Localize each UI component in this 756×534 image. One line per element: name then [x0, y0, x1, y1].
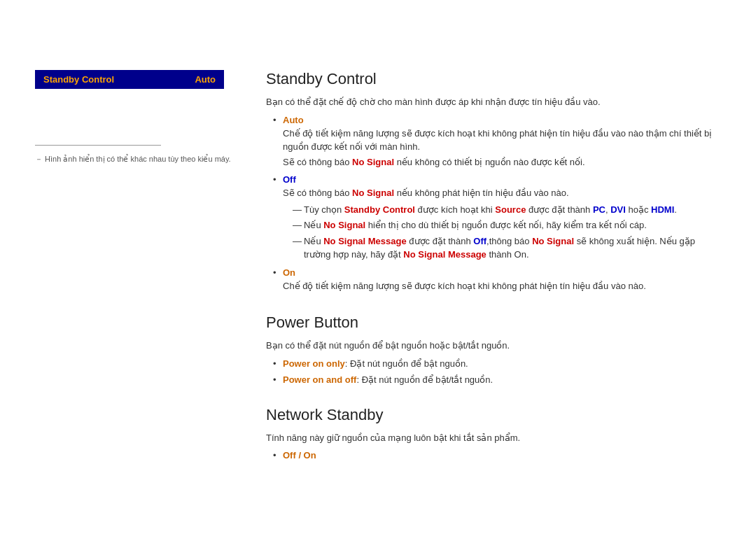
hl-nosignal-3: No Signal: [323, 220, 365, 230]
hl-standby: Standby Control: [344, 204, 415, 215]
hl-nosignal-msg2: No Signal Message: [403, 249, 486, 260]
page-container: Standby Control Auto － Hình ảnh hiển thị…: [0, 0, 756, 534]
hl-nosignal-msg: No Signal Message: [323, 236, 406, 246]
list-item-power-on-only: Power on only: Đặt nút nguồn để bật nguồ…: [273, 358, 714, 369]
sub-bullet-2: Nếu No Signal hiển thị cho dù thiết bị n…: [293, 218, 714, 232]
menu-item-label: Standby Control: [43, 74, 114, 85]
label-off: Off: [283, 174, 296, 185]
section-intro-standby: Bạn có thể đặt chế độ chờ cho màn hình đ…: [266, 95, 714, 109]
section-title-power: Power Button: [266, 314, 714, 332]
off-sub-bullets: Tùy chọn Standby Control được kích hoạt …: [283, 203, 714, 262]
section-title-standby: Standby Control: [266, 70, 714, 88]
list-item-on: On Chế độ tiết kiệm năng lượng sẽ được k…: [273, 267, 714, 293]
label-on: On: [283, 267, 295, 278]
desc-off: Sẽ có thông báo No Signal nếu không phát…: [283, 186, 714, 200]
hl-dvi: DVI: [610, 204, 626, 215]
network-bullet-list: Off / On: [266, 450, 714, 461]
menu-item-value: Auto: [195, 74, 216, 85]
desc-on: Chế độ tiết kiệm năng lượng sẽ được kích…: [283, 279, 714, 293]
divider-line: [35, 145, 161, 146]
hl-off2: Off: [473, 236, 486, 246]
label-off-on: Off / On: [283, 450, 316, 461]
section-power-button: Power Button Bạn có thể đặt nút nguồn để…: [266, 314, 714, 385]
desc-power-on-off: : Đặt nút nguồn để bật/tắt nguồn.: [356, 374, 493, 385]
section-intro-network: Tính năng này giữ nguồn của mạng luôn bậ…: [266, 431, 714, 445]
highlight-nosignal-2: No Signal: [352, 188, 394, 198]
desc-auto-2: Sẽ có thông báo No Signal nếu không có t…: [283, 155, 714, 169]
label-power-on-only: Power on only: [283, 358, 345, 369]
standby-bullet-list: Auto Chế độ tiết kiệm năng lượng sẽ được…: [266, 115, 714, 293]
footnote: － Hình ảnh hiển thị có thể khác nhau tùy…: [35, 154, 231, 164]
hl-hdmi: HDMI: [651, 204, 674, 215]
label-power-on-off: Power on and off: [283, 374, 356, 385]
power-bullet-list: Power on only: Đặt nút nguồn để bật nguồ…: [266, 358, 714, 385]
sub-bullet-1: Tùy chọn Standby Control được kích hoạt …: [293, 203, 714, 217]
sub-bullet-3: Nếu No Signal Message được đặt thành Off…: [293, 234, 714, 262]
hl-pc: PC: [593, 204, 606, 215]
section-network-standby: Network Standby Tính năng này giữ nguồn …: [266, 406, 714, 461]
list-item-power-on-off: Power on and off: Đặt nút nguồn để bật/t…: [273, 374, 714, 385]
list-item-off: Off Sẽ có thông báo No Signal nếu không …: [273, 174, 714, 262]
list-item-auto: Auto Chế độ tiết kiệm năng lượng sẽ được…: [273, 115, 714, 169]
desc-auto: Chế độ tiết kiệm năng lượng sẽ được kích…: [283, 127, 714, 154]
list-item-off-on: Off / On: [273, 450, 714, 461]
highlight-nosignal-1: No Signal: [352, 157, 394, 167]
main-content: Standby Control Bạn có thể đặt chế độ ch…: [252, 28, 756, 506]
desc-power-on-only: : Đặt nút nguồn để bật nguồn.: [345, 358, 468, 369]
label-auto: Auto: [283, 115, 304, 125]
section-intro-power: Bạn có thể đặt nút nguồn để bật nguồn ho…: [266, 339, 714, 353]
section-title-network: Network Standby: [266, 406, 714, 424]
section-standby-control: Standby Control Bạn có thể đặt chế độ ch…: [266, 70, 714, 293]
hl-nosignal-4: No Signal: [532, 236, 574, 246]
hl-source: Source: [495, 204, 526, 215]
menu-item[interactable]: Standby Control Auto: [35, 70, 224, 89]
left-panel: Standby Control Auto － Hình ảnh hiển thị…: [0, 28, 252, 506]
